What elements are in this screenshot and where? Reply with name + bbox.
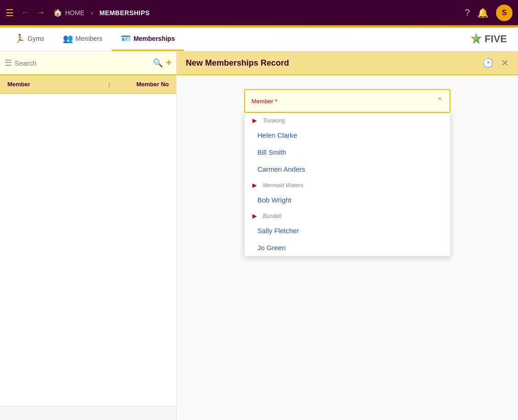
search-input[interactable]: [15, 59, 150, 67]
member-field-label: Member *: [251, 98, 436, 105]
group-label-toowong: ► Toowong: [245, 113, 450, 127]
tab-gyms-label: Gyms: [28, 35, 45, 42]
memberships-icon: 🪪: [121, 34, 131, 44]
table-header: Member | Member No: [0, 75, 176, 94]
close-icon[interactable]: ✕: [501, 57, 509, 68]
filter-icon[interactable]: ☰: [5, 58, 12, 68]
tab-memberships[interactable]: 🪪 Memberships: [111, 28, 184, 51]
user-avatar[interactable]: S: [496, 5, 512, 21]
tab-navigation: 🏃 Gyms 👥 Members 🪪 Memberships FIVE: [0, 28, 518, 51]
home-link[interactable]: 🏠 HOME: [53, 8, 84, 17]
breadcrumb-current: MEMBERSHIPS: [100, 9, 150, 17]
members-icon: 👥: [63, 34, 73, 44]
panel-header-icons: 🕑 ✕: [482, 57, 509, 68]
right-panel: New Memberships Record 🕑 ✕ Member * ⌃: [177, 51, 518, 420]
add-icon[interactable]: +: [166, 57, 172, 69]
dropdown-item-carmen-anders[interactable]: Carmen Anders: [245, 161, 450, 178]
home-icon: 🏠: [53, 8, 62, 17]
dropdown-item-bob-wright[interactable]: Bob Wright: [245, 191, 450, 208]
group-arrow-mermaid-waters: ►: [251, 181, 258, 190]
sidebar-content: [0, 94, 176, 406]
breadcrumb-separator: ›: [91, 9, 93, 17]
group-name-bundall: Bundall: [263, 213, 281, 219]
sidebar-footer: [0, 406, 176, 420]
group-name-toowong: Toowong: [263, 118, 285, 124]
svg-marker-1: [472, 34, 481, 43]
member-dropdown-list[interactable]: ► Toowong Helen Clarke Bill Smith Carmen…: [244, 113, 451, 257]
top-navigation: ☰ ← → 🏠 HOME › MEMBERSHIPS ? 🔔 S: [0, 0, 518, 25]
dropdown-item-bill-smith[interactable]: Bill Smith: [245, 144, 450, 161]
gyms-icon: 🏃: [15, 34, 25, 44]
help-icon[interactable]: ?: [465, 7, 470, 18]
clock-icon[interactable]: 🕑: [482, 57, 494, 68]
search-icon[interactable]: 🔍: [153, 58, 163, 68]
sidebar: ☰ 🔍 + Member | Member No: [0, 51, 177, 420]
member-dropdown-container: Member * ⌃ ► Toowong Helen Clarke Bill S…: [244, 89, 451, 113]
five-logo: FIVE: [464, 28, 512, 51]
tab-members-label: Members: [76, 35, 102, 42]
forward-arrow-icon[interactable]: →: [35, 6, 47, 19]
group-label-mermaid-waters: ► Mermaid Waters: [245, 178, 450, 191]
dropdown-item-helen-clarke[interactable]: Helen Clarke: [245, 127, 450, 144]
dropdown-item-sally-fletcher[interactable]: Sally Fletcher: [245, 222, 450, 239]
column-member-no: Member No: [114, 81, 169, 88]
bell-icon[interactable]: 🔔: [477, 7, 489, 18]
column-member: Member: [7, 81, 105, 88]
home-label: HOME: [65, 9, 84, 17]
chevron-up-icon: ⌃: [436, 96, 443, 106]
panel-title: New Memberships Record: [186, 58, 482, 68]
column-separator: |: [108, 81, 110, 88]
panel-header: New Memberships Record 🕑 ✕: [177, 51, 518, 75]
hamburger-icon[interactable]: ☰: [6, 7, 14, 18]
main-area: ☰ 🔍 + Member | Member No New Memberships…: [0, 51, 518, 420]
tab-gyms[interactable]: 🏃 Gyms: [6, 28, 54, 51]
tab-memberships-label: Memberships: [134, 35, 175, 42]
group-name-mermaid-waters: Mermaid Waters: [263, 182, 303, 189]
member-select-box[interactable]: Member * ⌃: [244, 89, 451, 113]
five-logo-text: FIVE: [485, 33, 507, 45]
dropdown-item-jo-green[interactable]: Jo Green: [245, 239, 450, 256]
top-nav-right-icons: ? 🔔 S: [465, 5, 512, 21]
group-arrow-bundall: ►: [251, 212, 258, 220]
back-arrow-icon[interactable]: ←: [19, 6, 31, 19]
group-label-bundall: ► Bundall: [245, 208, 450, 222]
sidebar-search-bar: ☰ 🔍 +: [0, 51, 176, 75]
five-logo-icon: [470, 33, 483, 45]
panel-body: Member * ⌃ ► Toowong Helen Clarke Bill S…: [177, 75, 518, 420]
tab-members[interactable]: 👥 Members: [54, 28, 111, 51]
group-arrow-toowong: ►: [251, 117, 258, 125]
